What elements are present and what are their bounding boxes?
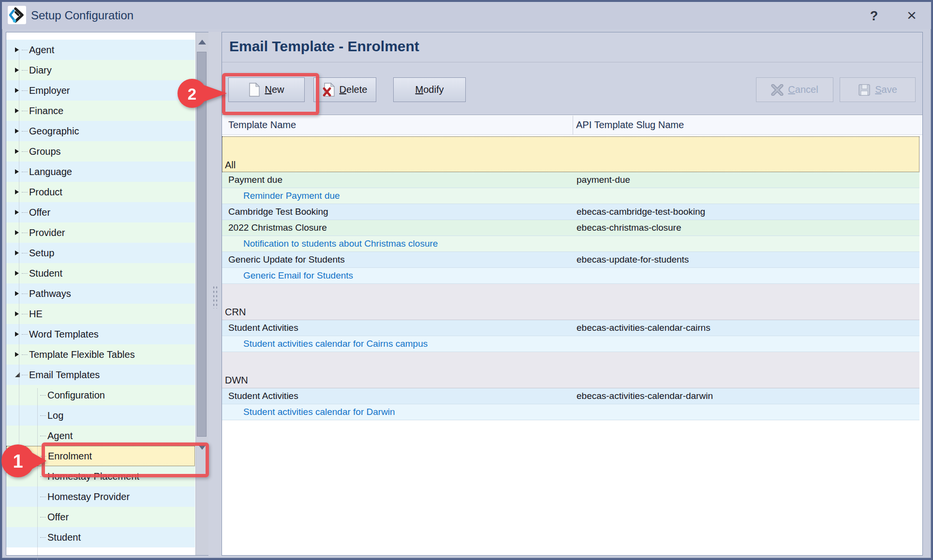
sidebar-item-agent[interactable]: Agent [6, 40, 195, 60]
svg-text:1: 1 [13, 451, 23, 472]
template-description-row[interactable]: Reminder Payment due [222, 188, 919, 204]
group-header-crn[interactable]: CRN [222, 284, 919, 320]
sidebar-item-word-templates[interactable]: Word Templates [6, 324, 195, 344]
template-row-payment-due[interactable]: Payment duepayment-due [222, 172, 919, 188]
sidebar-item-employer[interactable]: Employer [6, 80, 195, 101]
sidebar-item-log[interactable]: Log [6, 405, 195, 426]
expander-icon[interactable] [15, 352, 21, 357]
api-slug-cell: ebecas-activities-calendar-cairns [577, 323, 711, 333]
template-name-cell: Payment due [228, 175, 282, 185]
sidebar-item-language[interactable]: Language [6, 162, 195, 182]
template-row-2022-christmas-closure[interactable]: 2022 Christmas Closureebecas-christmas-c… [222, 220, 919, 236]
sidebar-item-label: HE [29, 309, 43, 320]
tree-connector [22, 172, 28, 172]
expander-icon[interactable] [15, 68, 21, 73]
template-description-row[interactable]: Notification to students about Christmas… [222, 236, 919, 252]
sidebar-item-offer[interactable]: Offer [6, 202, 195, 222]
expander-icon[interactable] [15, 291, 21, 296]
template-row-student-activities[interactable]: Student Activitiesebecas-activities-cale… [222, 320, 919, 336]
expander-icon[interactable] [15, 108, 21, 113]
tree-connector [40, 395, 46, 396]
expander-icon[interactable] [15, 190, 21, 194]
group-label: All [225, 160, 236, 171]
panel-title-area: Email Template - Enrolment [222, 32, 922, 62]
modify-button[interactable]: Modify [393, 77, 466, 102]
column-header-api-slug[interactable]: API Template Slug Name [573, 116, 922, 134]
expander-icon[interactable] [15, 332, 21, 337]
save-button[interactable]: Save [840, 77, 916, 102]
sidebar-item-email-templates[interactable]: Email Templates [6, 365, 195, 385]
sidebar-item-student[interactable]: Student [6, 527, 195, 547]
template-name-cell: 2022 Christmas Closure [228, 222, 327, 233]
expander-icon[interactable] [15, 88, 21, 93]
sidebar-item-geographic[interactable]: Geographic [6, 121, 195, 141]
template-description-link[interactable]: Generic Email for Students [243, 270, 353, 281]
sidebar-item-label: Configuration [47, 390, 105, 401]
tree-connector [22, 294, 28, 294]
group-header-dwn[interactable]: DWN [222, 352, 919, 388]
template-description-row[interactable]: Student activities calendar for Darwin [222, 404, 919, 420]
sidebar-item-diary[interactable]: Diary [6, 60, 195, 80]
delete-button[interactable]: Delete [313, 77, 376, 102]
scroll-up-icon[interactable] [196, 33, 208, 51]
expander-icon[interactable] [15, 251, 21, 255]
template-name-cell: Cambridge Test Booking [228, 206, 328, 217]
expander-icon[interactable] [15, 230, 21, 235]
sidebar-item-pathways[interactable]: Pathways [6, 283, 195, 304]
expander-icon[interactable] [15, 169, 21, 174]
sidebar-item-provider[interactable]: Provider [6, 222, 195, 243]
sidebar-item-label: Agent [29, 44, 54, 56]
help-button[interactable]: ? [866, 8, 882, 24]
sidebar-item-offer[interactable]: Offer [6, 507, 195, 527]
cancel-button[interactable]: Cancel [756, 77, 833, 102]
template-row-generic-update-for-students[interactable]: Generic Update for Studentsebecas-update… [222, 252, 919, 268]
sidebar-item-configuration[interactable]: Configuration [6, 385, 195, 405]
app-logo-icon [8, 6, 26, 24]
tree-connector [40, 415, 46, 416]
save-floppy-icon [858, 84, 871, 96]
sidebar-item-finance[interactable]: Finance [6, 101, 195, 121]
tree-connector [22, 131, 28, 132]
group-header-all[interactable]: All [222, 136, 919, 172]
sidebar-item-student[interactable]: Student [6, 263, 195, 283]
sidebar-item-label: Groups [29, 146, 61, 157]
column-header-template-name[interactable]: Template Name [222, 116, 573, 134]
expander-icon[interactable] [15, 311, 21, 316]
template-description-link[interactable]: Reminder Payment due [243, 191, 340, 201]
expander-icon[interactable] [15, 149, 21, 154]
template-row-cambridge-test-booking[interactable]: Cambridge Test Bookingebecas-cambridge-t… [222, 204, 919, 220]
template-description-link[interactable]: Student activities calendar for Darwin [243, 407, 395, 417]
expander-icon[interactable] [15, 271, 21, 276]
tree-connector [40, 537, 46, 538]
template-description-row[interactable]: Generic Email for Students [222, 268, 919, 284]
toolbar: New Delete Modify Cancel [222, 62, 922, 115]
template-row-student-activities[interactable]: Student Activitiesebecas-activities-cale… [222, 388, 919, 404]
sidebar-item-product[interactable]: Product [6, 182, 195, 202]
sidebar-item-label: Product [29, 187, 62, 198]
sidebar-item-label: Diary [29, 65, 52, 76]
expander-icon[interactable] [15, 210, 21, 215]
tree-connector [22, 151, 28, 152]
sidebar-item-homestay-provider[interactable]: Homestay Provider [6, 486, 195, 507]
tree-connector [22, 192, 28, 192]
expander-icon[interactable] [15, 372, 21, 377]
tree-connector [22, 90, 28, 91]
splitter-grip-icon[interactable] [212, 285, 218, 309]
sidebar-item-template-flexible-tables[interactable]: Template Flexible Tables [6, 344, 195, 365]
cancel-x-icon [771, 84, 784, 96]
sidebar-item-setup[interactable]: Setup [6, 243, 195, 263]
template-description-link[interactable]: Student activities calendar for Cairns c… [243, 339, 428, 349]
template-description-link[interactable]: Notification to students about Christmas… [243, 238, 438, 249]
sidebar-item-groups[interactable]: Groups [6, 141, 195, 162]
annotation-badge-1: 1 [0, 443, 48, 481]
expander-icon[interactable] [15, 47, 21, 52]
api-slug-cell: ebecas-update-for-students [577, 254, 689, 265]
sidebar-item-label: Homestay Provider [47, 491, 130, 502]
sidebar-item-label: Email Templates [29, 369, 100, 381]
template-description-row[interactable]: Student activities calendar for Cairns c… [222, 336, 919, 352]
sidebar-item-he[interactable]: HE [6, 304, 195, 324]
tree-connector [22, 314, 28, 314]
expander-icon[interactable] [15, 129, 21, 133]
close-button[interactable]: × [903, 6, 921, 24]
tree-connector [22, 50, 28, 50]
